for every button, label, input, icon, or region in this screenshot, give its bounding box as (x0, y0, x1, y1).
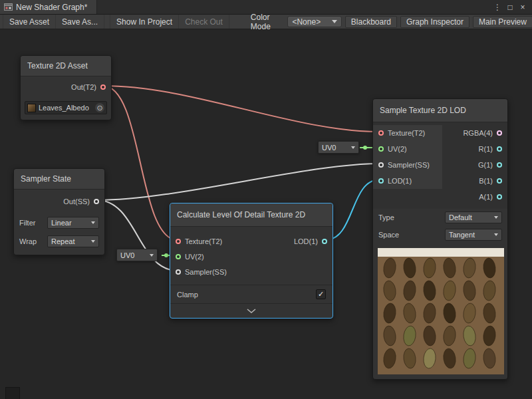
chevron-down-icon (150, 254, 154, 257)
port-row: UV(2) (170, 249, 232, 264)
port-label: Sampler(SS) (185, 268, 227, 276)
node-preview (373, 243, 507, 379)
port-row: LOD(1) (373, 173, 442, 189)
close-icon[interactable]: × (517, 3, 528, 12)
port-out-samplerstate[interactable] (94, 199, 99, 204)
port-label: R(1) (479, 145, 493, 153)
edge-lod-to-sample[interactable] (325, 180, 380, 240)
edge-texture2d-to-sample[interactable] (103, 86, 380, 132)
graph-inspector-toggle[interactable]: Graph Inspector (400, 16, 469, 28)
port-out-g[interactable] (497, 162, 502, 168)
wrap-value: Repeat (51, 237, 74, 245)
port-label: G(1) (478, 161, 493, 169)
port-label: LOD(1) (388, 177, 412, 185)
port-in-sampler[interactable] (176, 269, 181, 275)
port-in-uv[interactable] (176, 254, 181, 259)
wrap-dropdown[interactable]: Repeat (47, 235, 99, 247)
port-in-lod[interactable] (378, 178, 384, 184)
port-label: Texture(T2) (185, 237, 222, 245)
object-field-row: Leaves_Albedo ⊙ (21, 98, 111, 120)
uv-channel-dropdown-sample[interactable]: UV0 (318, 141, 359, 154)
type-row: Type Default (373, 209, 507, 226)
space-value: Tangent (449, 231, 475, 239)
type-value: Default (449, 213, 472, 221)
blackboard-toggle[interactable]: Blackboard (345, 16, 397, 28)
preview-collapse-button[interactable] (170, 303, 332, 318)
port-row: Out(T2) (21, 76, 111, 98)
wrap-label: Wrap (19, 237, 37, 245)
node-title[interactable]: Calculate Level Of Detail Texture 2D (170, 203, 332, 227)
node-title[interactable]: Sample Texture 2D LOD (373, 99, 507, 122)
port-out-b[interactable] (497, 178, 502, 184)
node-sampler-state[interactable]: Sampler State Out(SS) Filter Linear Wrap… (13, 168, 105, 255)
type-label: Type (378, 213, 394, 221)
color-mode-group: Color Mode <None> (251, 13, 342, 31)
port-row: Texture(T2) (373, 125, 442, 141)
uv-default-dot-sample (363, 146, 367, 150)
port-in-texture2d[interactable] (378, 130, 384, 136)
edge-sampler-to-sample[interactable] (97, 164, 380, 200)
check-out-button[interactable]: Check Out (179, 15, 229, 29)
node-calculate-lod-texture-2d[interactable]: Calculate Level Of Detail Texture 2D Tex… (170, 203, 333, 319)
bottom-left-panel-tab[interactable] (5, 387, 20, 399)
chevron-down-icon (247, 309, 256, 313)
port-row: B(1) (442, 173, 507, 189)
object-picker-icon[interactable]: ⊙ (95, 103, 104, 112)
port-label: Out(SS) (63, 198, 90, 205)
port-out-a[interactable] (497, 194, 502, 200)
port-out-r[interactable] (497, 146, 502, 152)
output-ports: LOD(1) (289, 233, 332, 279)
port-out-texture2d[interactable] (100, 84, 106, 90)
tab-title: New Shader Graph* (16, 3, 87, 12)
port-label: RGBA(4) (463, 129, 493, 137)
filter-dropdown[interactable]: Linear (47, 217, 99, 229)
clamp-checkbox[interactable]: ✓ (316, 289, 326, 299)
graph-canvas[interactable]: Texture 2D Asset Out(T2) Leaves_Albedo ⊙… (0, 29, 532, 399)
uv-channel-value: UV0 (322, 144, 336, 152)
main-preview-toggle[interactable]: Main Preview (473, 16, 532, 28)
show-in-project-button[interactable]: Show In Project (110, 15, 179, 29)
clamp-label: Clamp (177, 291, 198, 299)
save-as-button[interactable]: Save As... (56, 15, 104, 29)
port-row: Out(SS) (14, 190, 104, 213)
port-in-uv[interactable] (378, 146, 384, 152)
port-row: A(1) (442, 189, 507, 205)
node-title[interactable]: Sampler State (14, 169, 104, 190)
menu-kebab-icon[interactable]: ⋮ (492, 3, 503, 12)
save-asset-button[interactable]: Save Asset (3, 15, 56, 29)
node-sample-texture-2d-lod[interactable]: Sample Texture 2D LOD Texture(T2) UV(2) … (372, 98, 508, 380)
filter-row: Filter Linear (14, 213, 104, 232)
texture-object-field[interactable]: Leaves_Albedo ⊙ (25, 101, 107, 114)
leaves-texture-preview (378, 248, 504, 374)
color-mode-dropdown[interactable]: <None> (287, 16, 341, 27)
uv-channel-dropdown-calculate[interactable]: UV0 (116, 249, 158, 261)
space-dropdown[interactable]: Tangent (445, 229, 502, 241)
port-label: LOD(1) (294, 237, 318, 245)
chevron-down-icon (494, 216, 498, 219)
port-row: UV(2) (373, 141, 442, 157)
type-dropdown[interactable]: Default (445, 211, 502, 223)
port-in-texture2d[interactable] (176, 239, 181, 244)
port-out-lod[interactable] (322, 239, 327, 244)
input-ports: Texture(T2) UV(2) Sampler(SS) (170, 233, 232, 279)
window-tab[interactable]: New Shader Graph* (0, 0, 97, 14)
shader-graph-icon (4, 3, 13, 11)
object-name: Leaves_Albedo (39, 104, 92, 112)
maximize-icon[interactable]: □ (505, 3, 515, 12)
port-row: Sampler(SS) (170, 264, 232, 279)
port-row: G(1) (442, 157, 507, 173)
chevron-down-icon (91, 240, 95, 243)
graph-toolbar: Save Asset Save As... Show In Project Ch… (0, 15, 532, 29)
wrap-row: Wrap Repeat (14, 232, 104, 251)
port-in-sampler[interactable] (378, 162, 384, 168)
uv-default-dot-calculate (164, 253, 168, 257)
port-label: Out(T2) (71, 83, 96, 91)
port-label: B(1) (479, 177, 493, 185)
node-texture-2d-asset[interactable]: Texture 2D Asset Out(T2) Leaves_Albedo ⊙ (20, 55, 112, 120)
input-ports: Texture(T2) UV(2) Sampler(SS) LOD(1) (373, 125, 442, 189)
port-row: Texture(T2) (170, 233, 232, 249)
node-title[interactable]: Texture 2D Asset (21, 56, 111, 76)
edge-texture2d-to-calculate[interactable] (103, 86, 178, 240)
chevron-down-icon (351, 146, 355, 149)
port-out-rgba[interactable] (497, 130, 502, 136)
